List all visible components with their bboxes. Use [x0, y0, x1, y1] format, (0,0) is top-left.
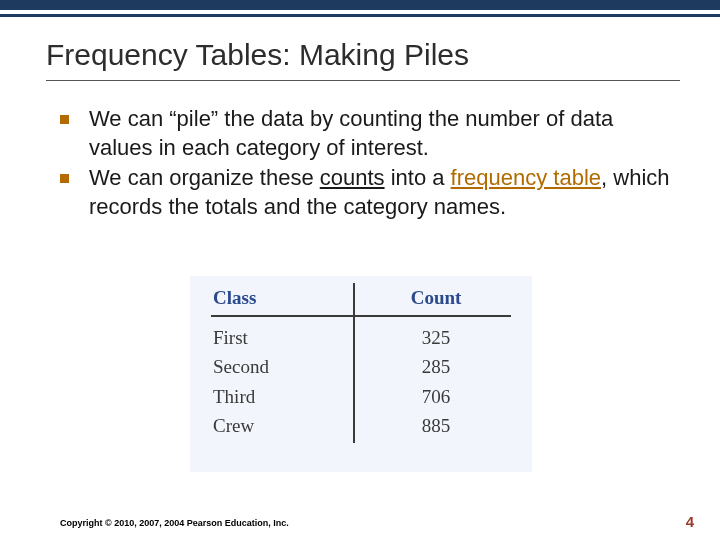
- bullet-text: We can “pile” the data by counting the n…: [89, 105, 672, 162]
- table-cell-label: Second: [213, 352, 363, 381]
- square-bullet-icon: [60, 174, 69, 183]
- keyword-term: frequency table: [451, 165, 601, 190]
- slide: Frequency Tables: Making Piles We can “p…: [0, 0, 720, 540]
- table-cell-value: 885: [363, 411, 509, 440]
- table-cell-label: Third: [213, 382, 363, 411]
- table-header: Class Count: [213, 287, 509, 315]
- bullet-text-span: into a: [385, 165, 451, 190]
- table-cell-label: Crew: [213, 411, 363, 440]
- square-bullet-icon: [60, 115, 69, 124]
- bullet-text-span: We can organize these: [89, 165, 320, 190]
- table-row: First 325: [213, 323, 509, 352]
- table-horizontal-rule: [211, 315, 511, 317]
- table-vertical-rule: [353, 283, 355, 443]
- table-row: Third 706: [213, 382, 509, 411]
- table-header-count: Count: [363, 287, 509, 309]
- table-cell-label: First: [213, 323, 363, 352]
- frequency-table: Class Count First 325 Second 285 Third 7…: [190, 276, 532, 472]
- bullet-item: We can “pile” the data by counting the n…: [60, 105, 672, 162]
- bullet-item: We can organize these counts into a freq…: [60, 164, 672, 221]
- table-row: Crew 885: [213, 411, 509, 440]
- bullet-text: We can organize these counts into a freq…: [89, 164, 672, 221]
- top-stripe-line: [0, 14, 720, 17]
- table-rows: First 325 Second 285 Third 706 Crew 885: [213, 323, 509, 441]
- slide-title: Frequency Tables: Making Piles: [46, 38, 680, 72]
- underlined-word: counts: [320, 165, 385, 190]
- table-cell-value: 325: [363, 323, 509, 352]
- top-stripe-dark: [0, 0, 720, 10]
- copyright-footer: Copyright © 2010, 2007, 2004 Pearson Edu…: [60, 518, 289, 528]
- table-row: Second 285: [213, 352, 509, 381]
- table-cell-value: 285: [363, 352, 509, 381]
- bullet-text-span: We can “pile” the data by counting the n…: [89, 106, 613, 160]
- table-header-class: Class: [213, 287, 363, 309]
- slide-body: We can “pile” the data by counting the n…: [60, 105, 672, 223]
- page-number: 4: [686, 513, 694, 530]
- table-cell-value: 706: [363, 382, 509, 411]
- title-underline: [46, 80, 680, 81]
